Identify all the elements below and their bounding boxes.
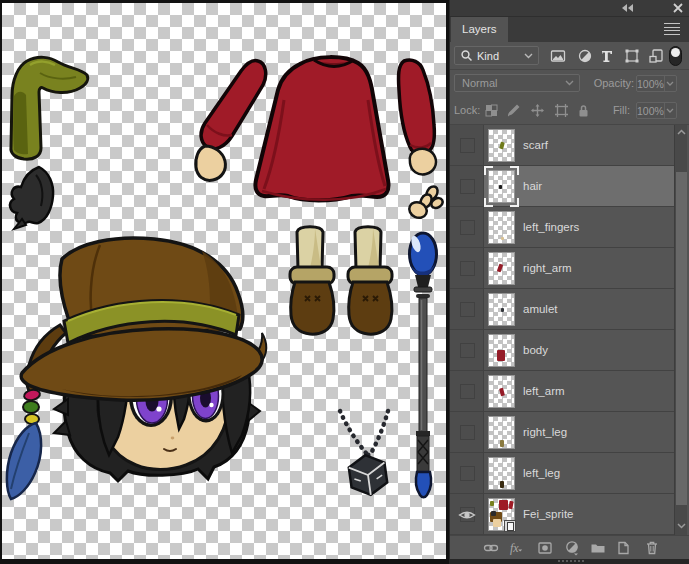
- visibility-cell[interactable]: [450, 125, 484, 165]
- layer-row-body[interactable]: body: [450, 330, 674, 371]
- layer-list-scrollbar[interactable]: [674, 125, 687, 535]
- layer-row-scarf[interactable]: scarf: [450, 125, 674, 166]
- layer-thumbnail[interactable]: [488, 498, 515, 531]
- visibility-toggle[interactable]: [460, 425, 475, 440]
- layer-name: left_leg: [523, 467, 560, 479]
- layer-name: left_arm: [523, 385, 565, 397]
- canvas-area[interactable]: [2, 3, 446, 559]
- pixel-layer-filter-icon[interactable]: [550, 48, 566, 64]
- visibility-toggle[interactable]: [460, 138, 475, 153]
- layers-toolbar: fx: [450, 535, 689, 559]
- layer-styles-fx-icon[interactable]: fx: [509, 540, 529, 556]
- scroll-up-icon[interactable]: [677, 129, 686, 135]
- blend-mode-value: Normal: [462, 77, 497, 89]
- layer-row-right_arm[interactable]: right_arm: [450, 248, 674, 289]
- visibility-cell[interactable]: [450, 248, 484, 288]
- layer-thumbnail[interactable]: [488, 457, 515, 490]
- type-layer-filter-icon[interactable]: [599, 48, 615, 64]
- amulet-sprite: [340, 411, 389, 497]
- lock-all-icon[interactable]: [576, 103, 591, 118]
- layer-thumbnail[interactable]: [488, 293, 515, 326]
- visibility-toggle[interactable]: [460, 179, 475, 194]
- thumbnail-mark: [501, 237, 504, 240]
- layer-thumbnail[interactable]: [488, 252, 515, 285]
- visibility-toggle[interactable]: [460, 343, 475, 358]
- layer-name: body: [523, 344, 548, 356]
- layer-row-left_fingers[interactable]: left_fingers: [450, 207, 674, 248]
- lock-artboard-icon[interactable]: [554, 103, 569, 118]
- shape-layer-filter-icon[interactable]: [624, 48, 640, 64]
- blend-row: Normal Opacity: 100%: [450, 70, 689, 97]
- panel-tabbar: Layers: [450, 17, 689, 42]
- opacity-value: 100%: [637, 78, 664, 90]
- layer-row-Fei_sprite[interactable]: Fei_sprite: [450, 494, 674, 535]
- blend-mode-select[interactable]: Normal: [454, 74, 580, 92]
- scrollbar-thumb[interactable]: [676, 172, 687, 505]
- visibility-cell[interactable]: [450, 371, 484, 411]
- lock-image-pixels-icon[interactable]: [506, 103, 521, 118]
- smart-object-filter-icon[interactable]: [648, 48, 664, 64]
- layer-thumbnail[interactable]: [488, 129, 515, 162]
- fill-value-box[interactable]: 100%: [636, 102, 677, 119]
- layer-row-left_arm[interactable]: left_arm: [450, 371, 674, 412]
- add-layer-mask-icon[interactable]: [537, 540, 553, 556]
- close-icon[interactable]: [673, 3, 683, 13]
- layer-name: right_leg: [523, 426, 567, 438]
- delete-layer-icon[interactable]: [644, 540, 660, 556]
- visibility-cell[interactable]: [450, 494, 484, 534]
- search-icon: [460, 49, 473, 62]
- hair-tuft-sprite: [10, 167, 53, 229]
- layer-thumbnail[interactable]: [488, 211, 515, 244]
- panel-menu-icon[interactable]: [664, 23, 680, 36]
- visibility-toggle[interactable]: [460, 384, 475, 399]
- layer-thumbnail[interactable]: [488, 375, 515, 408]
- thumbnail-mark: [508, 501, 513, 510]
- collapse-panels-icon[interactable]: [621, 3, 634, 13]
- new-group-icon[interactable]: [590, 540, 606, 556]
- link-layers-icon[interactable]: [483, 540, 499, 556]
- scroll-down-icon[interactable]: [677, 523, 686, 529]
- visibility-cell[interactable]: [450, 207, 484, 247]
- layer-thumbnail[interactable]: [488, 334, 515, 367]
- visibility-cell[interactable]: [450, 166, 484, 206]
- svg-text:fx: fx: [510, 541, 519, 555]
- visibility-toggle[interactable]: [460, 220, 475, 235]
- visibility-toggle[interactable]: [460, 302, 475, 317]
- layer-thumbnail[interactable]: [488, 170, 515, 203]
- visibility-cell[interactable]: [450, 330, 484, 370]
- layer-list: scarf hair: [450, 125, 674, 535]
- tab-layers[interactable]: Layers: [451, 17, 508, 42]
- visibility-cell[interactable]: [450, 289, 484, 329]
- photoshop-window: Layers Kind: [0, 0, 689, 564]
- layer-name: amulet: [523, 303, 558, 315]
- visibility-toggle[interactable]: [460, 466, 475, 481]
- layer-thumbnail[interactable]: [488, 416, 515, 449]
- scarf-sprite: [11, 57, 88, 159]
- opacity-value-box[interactable]: 100%: [636, 75, 677, 92]
- new-adjustment-layer-icon[interactable]: [564, 540, 580, 556]
- filter-toggle-switch[interactable]: [669, 46, 682, 66]
- chevron-down-icon: [666, 108, 674, 113]
- layer-row-amulet[interactable]: amulet: [450, 289, 674, 330]
- layer-row-left_leg[interactable]: left_leg: [450, 453, 674, 494]
- visibility-cell[interactable]: [450, 412, 484, 452]
- layer-row-right_leg[interactable]: right_leg: [450, 412, 674, 453]
- visibility-toggle[interactable]: [460, 261, 475, 276]
- new-layer-icon[interactable]: [615, 540, 631, 556]
- chevron-down-icon: [565, 80, 574, 86]
- lock-transparent-pixels-icon[interactable]: [484, 103, 499, 118]
- panel-bottom-edge: [450, 559, 689, 564]
- layer-row-hair[interactable]: hair: [450, 166, 674, 207]
- thumbnail-mark: [499, 500, 508, 510]
- lock-position-icon[interactable]: [530, 103, 545, 118]
- layer-name: right_arm: [523, 262, 572, 274]
- adjustment-layer-filter-icon[interactable]: [577, 48, 593, 64]
- layer-name: scarf: [523, 139, 548, 151]
- eye-icon[interactable]: [458, 509, 476, 521]
- visibility-cell[interactable]: [450, 453, 484, 493]
- fill-value: 100%: [637, 105, 664, 117]
- resize-grip[interactable]: [558, 560, 584, 562]
- chevron-down-icon: [666, 81, 674, 86]
- filter-kind-select[interactable]: Kind: [454, 46, 539, 65]
- lock-label: Lock:: [454, 104, 480, 116]
